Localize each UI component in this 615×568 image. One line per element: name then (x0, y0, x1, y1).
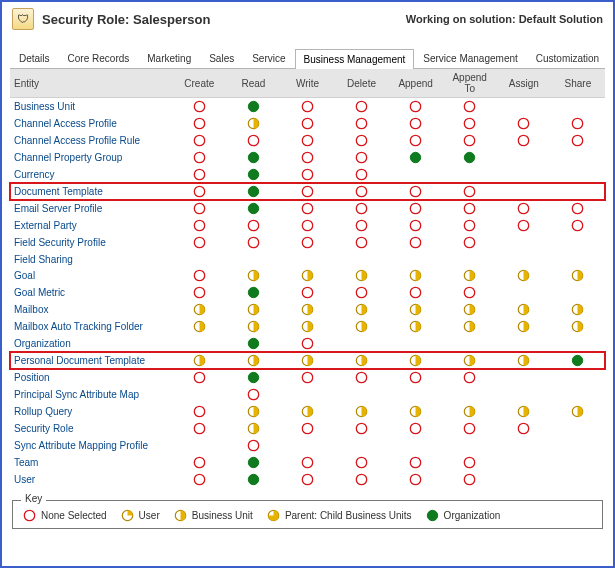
privilege-cell[interactable] (226, 352, 280, 369)
privilege-cell[interactable] (335, 200, 389, 217)
privilege-cell[interactable] (226, 166, 280, 183)
privilege-cell[interactable] (172, 98, 226, 116)
privilege-cell[interactable] (280, 352, 334, 369)
privilege-cell[interactable] (335, 267, 389, 284)
privilege-cell[interactable] (280, 369, 334, 386)
tab-service-management[interactable]: Service Management (414, 48, 527, 68)
privilege-cell[interactable] (389, 352, 443, 369)
privilege-cell[interactable] (497, 132, 551, 149)
entity-name[interactable]: External Party (10, 217, 172, 234)
privilege-cell[interactable] (551, 267, 605, 284)
privilege-cell[interactable] (551, 132, 605, 149)
privilege-cell[interactable] (226, 301, 280, 318)
privilege-cell[interactable] (226, 217, 280, 234)
privilege-cell[interactable] (172, 115, 226, 132)
privilege-cell[interactable] (280, 234, 334, 251)
privilege-cell[interactable] (497, 318, 551, 335)
privilege-cell[interactable] (226, 369, 280, 386)
privilege-cell[interactable] (443, 98, 497, 116)
entity-name[interactable]: Currency (10, 166, 172, 183)
privilege-cell[interactable] (280, 149, 334, 166)
privilege-cell[interactable] (172, 149, 226, 166)
privilege-cell[interactable] (443, 267, 497, 284)
privilege-cell[interactable] (280, 217, 334, 234)
privilege-cell[interactable] (226, 454, 280, 471)
privilege-cell[interactable] (443, 420, 497, 437)
privilege-cell[interactable] (335, 369, 389, 386)
privilege-cell[interactable] (280, 318, 334, 335)
privilege-cell[interactable] (280, 335, 334, 352)
privilege-cell[interactable] (551, 403, 605, 420)
entity-name[interactable]: Channel Access Profile (10, 115, 172, 132)
privilege-cell[interactable] (443, 234, 497, 251)
privilege-cell[interactable] (443, 149, 497, 166)
privilege-cell[interactable] (280, 454, 334, 471)
privilege-cell[interactable] (280, 403, 334, 420)
privilege-cell[interactable] (497, 200, 551, 217)
privilege-cell[interactable] (335, 166, 389, 183)
privilege-cell[interactable] (389, 132, 443, 149)
privilege-cell[interactable] (226, 234, 280, 251)
privilege-cell[interactable] (335, 318, 389, 335)
privilege-cell[interactable] (443, 318, 497, 335)
privilege-cell[interactable] (172, 234, 226, 251)
privilege-cell[interactable] (172, 217, 226, 234)
privilege-cell[interactable] (389, 115, 443, 132)
entity-name[interactable]: Mailbox Auto Tracking Folder (10, 318, 172, 335)
privilege-cell[interactable] (172, 301, 226, 318)
privilege-cell[interactable] (172, 352, 226, 369)
privilege-cell[interactable] (172, 267, 226, 284)
privilege-cell[interactable] (443, 301, 497, 318)
privilege-cell[interactable] (497, 267, 551, 284)
privilege-cell[interactable] (280, 284, 334, 301)
entity-name[interactable]: Personal Document Template (10, 352, 172, 369)
privilege-cell[interactable] (335, 471, 389, 488)
tab-service[interactable]: Service (243, 48, 294, 68)
privilege-cell[interactable] (226, 318, 280, 335)
privilege-cell[interactable] (226, 132, 280, 149)
privilege-cell[interactable] (389, 369, 443, 386)
privilege-cell[interactable] (389, 234, 443, 251)
privilege-cell[interactable] (280, 301, 334, 318)
privilege-cell[interactable] (280, 115, 334, 132)
privilege-cell[interactable] (497, 420, 551, 437)
privilege-cell[interactable] (443, 183, 497, 200)
privilege-cell[interactable] (172, 318, 226, 335)
privilege-cell[interactable] (335, 420, 389, 437)
privilege-cell[interactable] (443, 403, 497, 420)
privilege-cell[interactable] (172, 454, 226, 471)
privilege-cell[interactable] (226, 284, 280, 301)
privilege-cell[interactable] (172, 183, 226, 200)
privilege-cell[interactable] (497, 115, 551, 132)
privilege-cell[interactable] (226, 200, 280, 217)
privilege-cell[interactable] (172, 471, 226, 488)
tab-details[interactable]: Details (10, 48, 59, 68)
privilege-cell[interactable] (280, 132, 334, 149)
privilege-cell[interactable] (389, 284, 443, 301)
privilege-cell[interactable] (172, 166, 226, 183)
privilege-cell[interactable] (280, 420, 334, 437)
privilege-cell[interactable] (389, 98, 443, 116)
entity-name[interactable]: Email Server Profile (10, 200, 172, 217)
privilege-cell[interactable] (226, 267, 280, 284)
privilege-cell[interactable] (551, 318, 605, 335)
privilege-cell[interactable] (551, 352, 605, 369)
privilege-cell[interactable] (280, 200, 334, 217)
privilege-cell[interactable] (172, 200, 226, 217)
privilege-cell[interactable] (335, 301, 389, 318)
tab-sales[interactable]: Sales (200, 48, 243, 68)
privilege-cell[interactable] (389, 318, 443, 335)
privilege-cell[interactable] (443, 200, 497, 217)
privilege-cell[interactable] (226, 149, 280, 166)
privilege-cell[interactable] (280, 267, 334, 284)
privilege-cell[interactable] (551, 115, 605, 132)
privilege-cell[interactable] (551, 200, 605, 217)
entity-name[interactable]: Field Sharing (10, 251, 172, 267)
privilege-cell[interactable] (335, 352, 389, 369)
privilege-cell[interactable] (551, 301, 605, 318)
privilege-cell[interactable] (172, 420, 226, 437)
privilege-cell[interactable] (443, 217, 497, 234)
entity-name[interactable]: Rollup Query (10, 403, 172, 420)
entity-name[interactable]: Position (10, 369, 172, 386)
privilege-cell[interactable] (443, 352, 497, 369)
